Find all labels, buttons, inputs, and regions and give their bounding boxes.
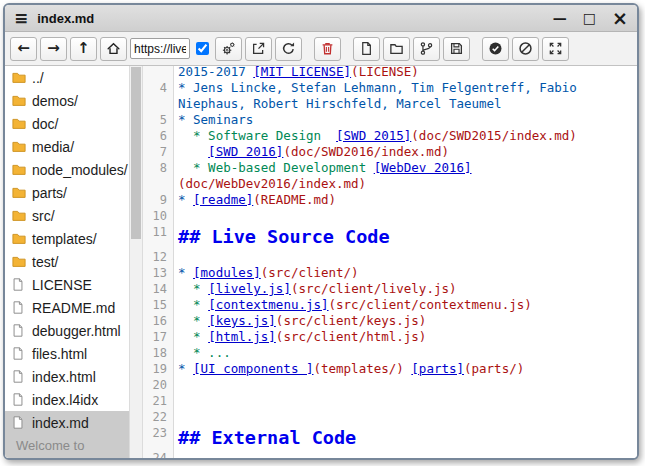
file-name: test/ xyxy=(32,254,58,270)
settings-button[interactable] xyxy=(215,37,242,61)
line-number: 6 xyxy=(143,128,174,144)
file-name: src/ xyxy=(32,208,55,224)
new-directory-button[interactable] xyxy=(383,37,410,61)
editor-line: 11## Live Source Code xyxy=(143,224,637,249)
save-button[interactable] xyxy=(443,37,470,61)
code-line[interactable] xyxy=(174,409,637,425)
url-input[interactable] xyxy=(130,38,190,59)
code-line[interactable]: ## External Code xyxy=(174,425,637,450)
file-list-item[interactable]: index.md xyxy=(5,411,129,434)
code-line[interactable]: 2015-2017 [MIT LICENSE](LICENSE) xyxy=(174,66,637,80)
cancel-button[interactable] xyxy=(512,37,539,61)
autoload-checkbox[interactable] xyxy=(196,42,209,55)
line-number: 4 xyxy=(143,80,174,112)
file-list-item[interactable]: test/ xyxy=(5,250,129,273)
file-list-item[interactable]: README.md xyxy=(5,296,129,319)
editor-line: 7 [SWD 2016](doc/SWD2016/index.md) xyxy=(143,144,637,160)
line-number: 19 xyxy=(143,361,174,377)
code-line[interactable]: * Seminars xyxy=(174,112,637,128)
forward-icon: → xyxy=(47,41,60,56)
file-list-item[interactable]: templates/ xyxy=(5,227,129,250)
editor-line: 17 * [html.js](src/client/html.js) xyxy=(143,329,637,345)
code-line[interactable]: * [UI components ](templates/) [parts](p… xyxy=(174,361,637,377)
file-icon xyxy=(11,346,27,362)
code-line[interactable] xyxy=(174,377,637,393)
folder-icon xyxy=(11,231,27,247)
file-list-item[interactable]: index.html xyxy=(5,365,129,388)
file-list-item[interactable]: debugger.html xyxy=(5,319,129,342)
window-title: index.md xyxy=(37,11,94,26)
editor-line: 15 * [contextmenu.js](src/client/context… xyxy=(143,297,637,313)
file-list-item[interactable]: src/ xyxy=(5,204,129,227)
code-line[interactable]: * [modules](src/client/) xyxy=(174,265,637,281)
file-list-item[interactable]: demos/ xyxy=(5,89,129,112)
line-number xyxy=(143,66,174,80)
versions-button[interactable] xyxy=(413,37,440,61)
home-button[interactable] xyxy=(100,37,127,61)
file-name: media/ xyxy=(32,139,74,155)
check-circle-icon xyxy=(488,41,503,56)
code-line[interactable]: * [contextmenu.js](src/client/contextmen… xyxy=(174,297,637,313)
sidebar-scrollbar[interactable] xyxy=(129,66,143,458)
maximize-icon[interactable]: □ xyxy=(583,11,596,25)
code-line[interactable] xyxy=(174,208,637,224)
new-file-button[interactable] xyxy=(353,37,380,61)
close-icon[interactable]: × xyxy=(612,9,628,28)
accept-button[interactable] xyxy=(482,37,509,61)
up-button[interactable]: ↑ xyxy=(70,37,97,61)
gear-icon xyxy=(221,41,236,56)
scrollbar-thumb[interactable] xyxy=(131,67,141,239)
file-list-item[interactable]: doc/ xyxy=(5,112,129,135)
code-line[interactable] xyxy=(174,249,637,265)
file-name: parts/ xyxy=(32,185,67,201)
markdown-editor[interactable]: 2015-2017 [MIT LICENSE](LICENSE)4* Jens … xyxy=(143,66,637,458)
code-line[interactable]: * [keys.js](src/client/keys.js) xyxy=(174,313,637,329)
main-area: ../demos/doc/media/node_modules/parts/sr… xyxy=(5,66,637,458)
code-line[interactable]: * Software Design [SWD 2015](doc/SWD2015… xyxy=(174,128,637,144)
line-number: 16 xyxy=(143,313,174,329)
code-line[interactable]: * [html.js](src/client/html.js) xyxy=(174,329,637,345)
file-name: files.html xyxy=(32,346,87,362)
file-list-item[interactable]: index.l4idx xyxy=(5,388,129,411)
expand-icon xyxy=(548,41,563,56)
reload-button[interactable] xyxy=(275,37,302,61)
line-number: 21 xyxy=(143,393,174,409)
file-name: index.html xyxy=(32,369,96,385)
delete-button[interactable] xyxy=(314,37,341,61)
new-file-icon xyxy=(359,41,374,56)
file-icon xyxy=(11,277,27,293)
editor-line: 20 xyxy=(143,377,637,393)
code-line[interactable] xyxy=(174,393,637,409)
file-list-item[interactable]: files.html xyxy=(5,342,129,365)
file-icon xyxy=(11,392,27,408)
code-line[interactable] xyxy=(174,450,637,458)
minimize-icon[interactable]: — xyxy=(553,11,567,25)
save-icon xyxy=(449,41,464,56)
file-list-item[interactable]: ../ xyxy=(5,66,129,89)
code-line[interactable]: * ... xyxy=(174,345,637,361)
code-line[interactable]: [SWD 2016](doc/SWD2016/index.md) xyxy=(174,144,637,160)
line-number: 18 xyxy=(143,345,174,361)
editor-line: 2015-2017 [MIT LICENSE](LICENSE) xyxy=(143,66,637,80)
fullscreen-button[interactable] xyxy=(542,37,569,61)
forward-button[interactable]: → xyxy=(40,37,67,61)
code-line[interactable]: * [readme](README.md) xyxy=(174,192,637,208)
open-in-new-window-button[interactable] xyxy=(245,37,272,61)
file-editor-window: ≡ index.md — □ × ← → ↑ xyxy=(3,3,639,460)
folder-icon xyxy=(11,162,27,178)
code-line[interactable]: * [lively.js](src/client/lively.js) xyxy=(174,281,637,297)
file-list-item[interactable]: LICENSE xyxy=(5,273,129,296)
file-list-item[interactable]: node_modules/ xyxy=(5,158,129,181)
code-line[interactable]: * Web-based Development [WebDev 2016](do… xyxy=(174,160,637,192)
file-list-item[interactable]: media/ xyxy=(5,135,129,158)
folder-icon xyxy=(11,254,27,270)
code-line[interactable]: * Jens Lincke, Stefan Lehmann, Tim Felge… xyxy=(174,80,637,112)
editor-line: 23## External Code xyxy=(143,425,637,450)
file-list-item[interactable]: parts/ xyxy=(5,181,129,204)
line-number: 13 xyxy=(143,265,174,281)
folder-icon xyxy=(11,70,27,86)
code-line[interactable]: ## Live Source Code xyxy=(174,224,637,249)
back-button[interactable]: ← xyxy=(10,37,37,61)
titlebar[interactable]: ≡ index.md — □ × xyxy=(5,5,637,32)
menu-icon[interactable]: ≡ xyxy=(14,10,28,27)
